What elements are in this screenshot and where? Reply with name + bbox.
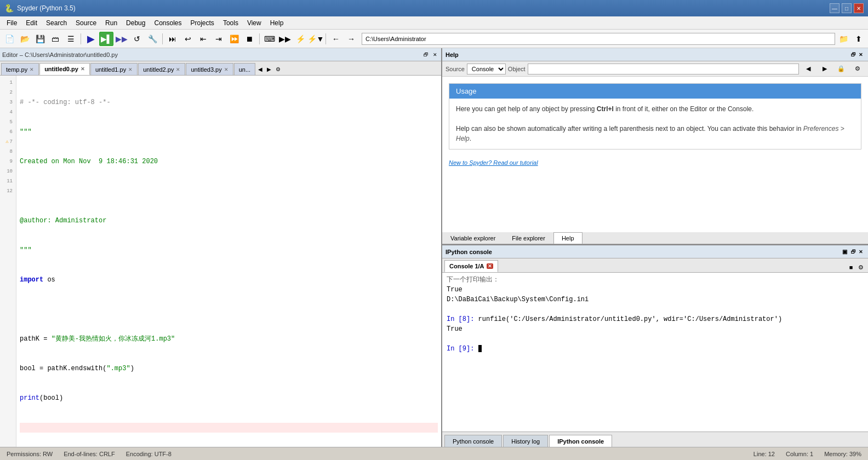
tab-un-partial[interactable]: un...	[234, 63, 255, 75]
code-line-5: @author: Administrator	[20, 216, 438, 226]
console-options-button[interactable]: ▣	[840, 247, 849, 257]
stop-button[interactable]: 🔧	[145, 32, 159, 46]
run-selection-button[interactable]: ▶▶	[278, 32, 292, 46]
status-line-endings: End-of-lines: CRLF	[64, 451, 115, 457]
menu-debug[interactable]: Debug	[122, 18, 150, 28]
menu-source[interactable]: Source	[71, 18, 101, 28]
menu-file[interactable]: File	[2, 18, 21, 28]
bottom-tab-ipython-console[interactable]: IPython console	[549, 435, 612, 447]
tab-label: untitled1.py	[95, 66, 126, 73]
menu-consoles[interactable]: Consoles	[150, 18, 186, 28]
menu-tools[interactable]: Tools	[219, 18, 243, 28]
menu-help[interactable]: Help	[266, 18, 288, 28]
run-button[interactable]: ▶	[84, 32, 98, 46]
code-editor[interactable]: 1 2 3 4 5 6 ⚠7 8 9 10 11 12 # -*- coding…	[0, 76, 441, 447]
bottom-tab-history-log[interactable]: History log	[503, 435, 548, 447]
editor-header: Editor – C:\Users\Administrator\untitled…	[0, 48, 441, 61]
step-button[interactable]: ⏭	[165, 32, 180, 46]
code-line-4	[20, 186, 438, 196]
restart-button[interactable]: ↺	[130, 32, 144, 46]
open-file-button[interactable]: 📂	[18, 32, 32, 46]
title-bar: 🐍 Spyder (Python 3.5) — □ ✕	[0, 0, 868, 16]
menu-edit[interactable]: Edit	[21, 18, 42, 28]
debug-button[interactable]: ▶▶	[115, 32, 129, 46]
help-toolbar: Source Console Editor Object ◀ ▶ 🔒 ⚙	[442, 61, 868, 77]
menu-projects[interactable]: Projects	[186, 18, 219, 28]
next-location-button[interactable]: →	[344, 32, 358, 46]
menu-run[interactable]: Run	[101, 18, 122, 28]
prev-location-button[interactable]: ←	[329, 32, 343, 46]
tab-help[interactable]: Help	[553, 232, 583, 244]
tab-scroll-prev[interactable]: ◀	[256, 63, 265, 75]
console-output-in9: In [9]:	[447, 344, 864, 354]
editor-float-button[interactable]: 🗗	[422, 51, 430, 59]
tab-label: untitled2.py	[143, 66, 174, 73]
step-into-button[interactable]: ↩	[181, 32, 195, 46]
run-file-button[interactable]: ▶▌	[99, 32, 113, 46]
code-content[interactable]: # -*- coding: utf-8 -*- """ Created on M…	[16, 76, 441, 447]
save-all-button[interactable]: 🗃	[48, 32, 62, 46]
tab-variable-explorer[interactable]: Variable explorer	[442, 232, 504, 244]
help-float-button[interactable]: 🗗	[849, 51, 857, 59]
status-line: Line: 12	[753, 451, 775, 457]
code-line-12[interactable]	[20, 423, 438, 433]
console-content[interactable]: 下一个打印输出： True D:\DaBaiCai\Backup\System\…	[442, 273, 868, 432]
ipython-button[interactable]: ⌨	[262, 32, 277, 46]
code-line-7: import os	[20, 275, 438, 285]
tab-scroll-next[interactable]: ▶	[265, 63, 273, 75]
maximize-button[interactable]: □	[842, 3, 852, 13]
console-menu-button[interactable]: ⚙	[856, 262, 866, 272]
cell-button[interactable]: ⚡	[293, 32, 307, 46]
toolbar-separator-1	[81, 33, 81, 44]
menu-view[interactable]: View	[243, 18, 266, 28]
help-close-button[interactable]: ✕	[857, 51, 865, 59]
continue-button[interactable]: ⇥	[212, 32, 226, 46]
stop-debug-button[interactable]: ⏹	[242, 32, 256, 46]
path-bar[interactable]: C:\Users\Administrator	[362, 33, 835, 45]
tab-close-temp[interactable]: ✕	[30, 67, 34, 72]
help-lock-button[interactable]: 🔒	[834, 62, 848, 76]
tab-file-explorer[interactable]: File explorer	[504, 232, 553, 244]
tab-untitled2-py[interactable]: untitled2.py ✕	[138, 63, 185, 75]
bottom-tab-python-console[interactable]: Python console	[444, 435, 502, 447]
status-column: Column: 1	[786, 451, 813, 457]
console-output-path: D:\DaBaiCai\Backup\System\Config.ini	[447, 295, 864, 304]
path-open-button[interactable]: 📁	[836, 32, 850, 46]
tutorial-link[interactable]: New to Spyder? Read our tutorial	[449, 159, 538, 166]
console-close-button[interactable]: ✕	[857, 248, 865, 256]
tab-options[interactable]: ⚙	[273, 63, 282, 75]
source-dropdown[interactable]: Console Editor	[467, 64, 506, 74]
tab-close-untitled0[interactable]: ✕	[81, 66, 85, 72]
save-button[interactable]: 💾	[33, 32, 47, 46]
new-file-button[interactable]: 📄	[2, 32, 16, 46]
browse-tabs-button[interactable]: ☰	[64, 32, 78, 46]
step-out-button[interactable]: ⇤	[196, 32, 210, 46]
status-permissions: Permissions: RW	[7, 451, 53, 457]
tab-untitled3-py[interactable]: untitled3.py ✕	[186, 63, 233, 75]
tab-untitled1-py[interactable]: untitled1.py ✕	[90, 63, 138, 75]
console-tab-1[interactable]: Console 1/A ✕	[444, 260, 498, 272]
tab-close-untitled3[interactable]: ✕	[224, 67, 229, 72]
help-next-button[interactable]: ▶	[818, 62, 832, 76]
tab-untitled0-py[interactable]: untitled0.py ✕	[39, 63, 90, 75]
editor-close-button[interactable]: ✕	[431, 51, 439, 59]
tab-close-untitled2[interactable]: ✕	[176, 67, 180, 72]
tab-close-untitled1[interactable]: ✕	[128, 67, 133, 72]
console-tab-close[interactable]: ✕	[487, 263, 493, 269]
menu-search[interactable]: Search	[42, 18, 71, 28]
help-prev-button[interactable]: ◀	[801, 62, 815, 76]
help-content: Usage Here you can get help of any objec…	[442, 77, 868, 232]
code-line-10: bool = pathK.endswith(".mp3")	[20, 364, 438, 373]
console-output-true2: True	[447, 324, 864, 334]
help-options-button[interactable]: ⚙	[850, 62, 865, 76]
cell-next-button[interactable]: ⚡▼	[309, 32, 323, 46]
console-interrupt-button[interactable]: ■	[846, 262, 856, 272]
console-float-button[interactable]: 🗗	[849, 248, 857, 256]
tab-temp-py[interactable]: temp.py ✕	[1, 63, 39, 75]
close-button[interactable]: ✕	[854, 3, 864, 13]
editor-controls: 🗗 ✕	[422, 51, 439, 59]
path-up-button[interactable]: ⬆	[852, 32, 866, 46]
bottom-tabs: Python console History log IPython conso…	[442, 432, 868, 447]
next-button[interactable]: ⏩	[227, 32, 241, 46]
minimize-button[interactable]: —	[830, 3, 840, 13]
